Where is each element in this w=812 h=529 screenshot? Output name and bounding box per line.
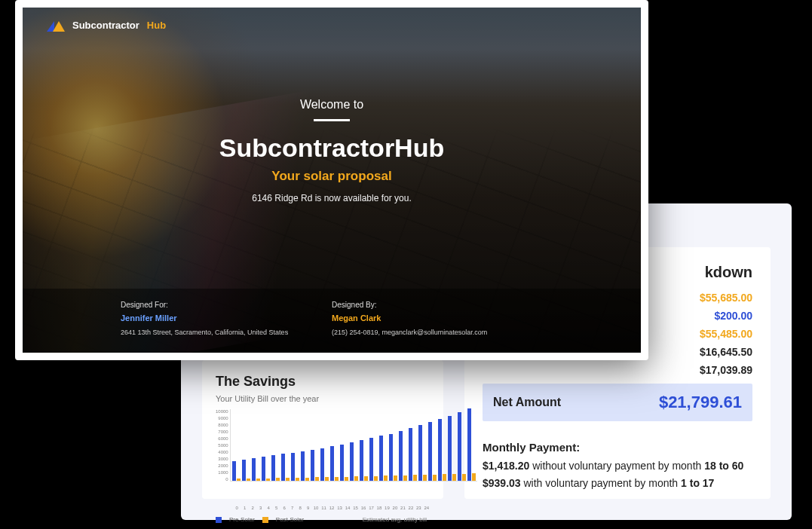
bar-group xyxy=(242,460,250,481)
breakdown-value: $55,685.00 xyxy=(700,292,752,304)
bar-pre-solar xyxy=(458,412,461,481)
bar-post-solar xyxy=(325,477,329,481)
bar-group xyxy=(281,454,290,481)
bar-post-solar xyxy=(345,477,348,481)
bar-group xyxy=(350,442,358,481)
bar-post-solar xyxy=(286,478,290,481)
bar-pre-solar xyxy=(418,425,422,481)
bar-pre-solar xyxy=(320,448,324,481)
state-tax-value: $17,039.89 xyxy=(700,364,752,376)
hero-center: Welcome to SubcontractorHub Your solar p… xyxy=(23,98,641,203)
bar-pre-solar xyxy=(428,422,432,481)
bar-pre-solar xyxy=(379,436,383,481)
hero-tagline: Your solar proposal xyxy=(23,169,641,184)
bar-pre-solar xyxy=(281,454,285,481)
bar-post-solar xyxy=(433,475,437,481)
bar-post-solar xyxy=(384,475,388,481)
bar-pre-solar xyxy=(409,428,412,481)
bar-pre-solar xyxy=(301,451,305,481)
welcome-text: Welcome to xyxy=(23,98,641,112)
bar-group xyxy=(252,458,260,481)
legend-pre-label: Pre-Solar xyxy=(229,516,255,523)
bar-pre-solar xyxy=(360,440,363,481)
savings-card: The Savings Your Utility Bill over the y… xyxy=(202,360,443,499)
bar-pre-solar xyxy=(330,446,334,481)
bar-group xyxy=(311,450,319,481)
bar-post-solar xyxy=(354,476,358,481)
designed-for-block: Designed For: Jennifer Miller 2641 13th … xyxy=(121,301,332,336)
bar-group xyxy=(369,438,378,481)
mp2-amount: $939.03 xyxy=(483,477,521,489)
bar-pre-solar xyxy=(311,450,314,481)
bar-group xyxy=(409,428,417,481)
bar-post-solar xyxy=(403,475,407,481)
monthly-payment-block: Monthly Payment: $1,418.20 without volun… xyxy=(483,438,752,493)
bar-post-solar xyxy=(296,478,299,481)
bar-group xyxy=(301,451,309,481)
bar-group xyxy=(458,412,466,481)
bar-pre-solar xyxy=(438,419,442,481)
bar-group xyxy=(320,448,329,481)
monthly-payment-line-2: $939.03 with voluntary payment by month … xyxy=(483,475,752,493)
mp2-text: with voluntary payment by month xyxy=(521,477,681,489)
bar-group xyxy=(428,422,437,481)
designed-by-block: Designed By: Megan Clark (215) 254-0819,… xyxy=(332,301,543,336)
breakdown-value: $16,645.50 xyxy=(700,346,752,358)
bar-pre-solar xyxy=(232,461,236,481)
legend-swatch-post xyxy=(262,517,268,523)
bar-pre-solar xyxy=(448,416,452,481)
chart-y-axis: 1000090008000700060005000400030002000100… xyxy=(216,409,230,482)
bar-post-solar xyxy=(315,477,319,481)
designed-by-contact: (215) 254-0819, meganclark@solluminateso… xyxy=(332,329,543,336)
mp1-amount: $1,418.20 xyxy=(483,460,529,472)
savings-chart: 1000090008000700060005000400030002000100… xyxy=(216,409,430,506)
mp1-text: without voluntary payment by month xyxy=(529,460,704,472)
bar-pre-solar xyxy=(291,453,295,481)
bar-pre-solar xyxy=(389,434,393,481)
bar-group xyxy=(379,436,388,481)
designed-for-label: Designed For: xyxy=(121,301,332,309)
bar-post-solar xyxy=(374,476,378,481)
chart-x-axis: 0123456789101112131415161718192021222324 xyxy=(216,506,430,510)
designed-for-name: Jennifer Miller xyxy=(121,313,332,323)
net-amount-row: Net Amount $21,799.61 xyxy=(483,384,752,421)
bar-pre-solar xyxy=(262,457,265,481)
brand-logo: SubcontractorHub xyxy=(47,18,166,32)
mp1-range: 18 to 60 xyxy=(704,460,743,472)
bar-group xyxy=(438,419,446,481)
mp2-range: 1 to 17 xyxy=(681,477,714,489)
bar-post-solar xyxy=(247,479,250,481)
bar-post-solar xyxy=(276,478,280,481)
breakdown-state-row: $17,039.89 xyxy=(483,361,752,379)
bar-post-solar xyxy=(413,475,417,481)
bar-post-solar xyxy=(266,479,270,481)
hero-brand: SubcontractorHub xyxy=(23,133,641,163)
bar-group xyxy=(271,455,280,481)
bar-group xyxy=(448,416,456,481)
bar-group xyxy=(262,457,270,481)
bar-post-solar xyxy=(443,474,446,481)
legend-post-label: Post-Solar xyxy=(276,516,304,523)
designed-by-name: Megan Clark xyxy=(332,313,543,323)
bar-group xyxy=(360,440,368,481)
bar-group xyxy=(399,431,407,481)
bar-post-solar xyxy=(256,479,260,481)
bar-pre-solar xyxy=(252,458,256,481)
logo-text: Subcontractor xyxy=(72,20,139,31)
breakdown-value: $55,485.00 xyxy=(700,328,752,340)
savings-title: The Savings xyxy=(216,374,430,390)
bar-group xyxy=(418,425,427,481)
bar-post-solar xyxy=(335,477,339,481)
hero-availability: 6146 Ridge Rd is now available for you. xyxy=(23,193,641,203)
net-amount-value: $21,799.61 xyxy=(659,393,742,412)
legend-swatch-pre xyxy=(216,517,222,523)
bar-post-solar xyxy=(237,479,241,481)
bar-group xyxy=(330,446,339,481)
bar-pre-solar xyxy=(467,408,471,481)
monthly-payment-line-1: $1,418.20 without voluntary payment by m… xyxy=(483,457,752,475)
bar-post-solar xyxy=(452,474,456,481)
bar-post-solar xyxy=(364,476,368,481)
proposal-hero-card: SubcontractorHub Welcome to Subcontracto… xyxy=(15,0,648,360)
bar-group xyxy=(291,453,299,481)
net-amount-label: Net Amount xyxy=(493,396,561,409)
